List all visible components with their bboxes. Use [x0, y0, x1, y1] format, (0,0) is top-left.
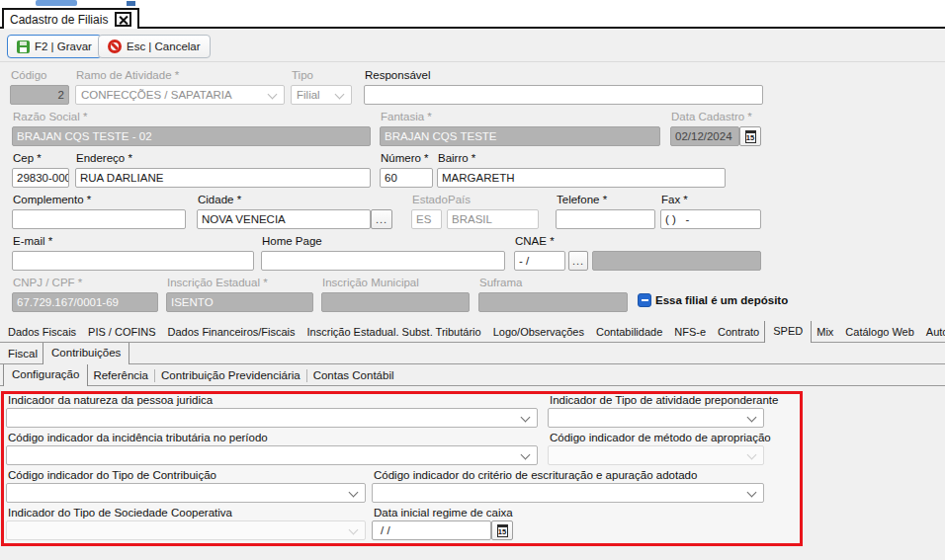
cidade-input[interactable]: NOVA VENECIA — [197, 209, 371, 229]
sped-tabbar: Fiscal Contribuições — [0, 343, 945, 364]
tab-separator — [154, 369, 155, 382]
razao-social-label: Razão Social * — [13, 111, 87, 122]
pais-field: BRASIL — [447, 209, 539, 229]
numero-label: Número * — [381, 152, 429, 164]
tab-pis-cofins[interactable]: PIS / COFINS — [83, 322, 160, 343]
save-button-label: F2 | Gravar — [35, 40, 92, 52]
ramo-atividade-combo[interactable]: CONFECÇÕES / SAPATARIA — [75, 85, 285, 105]
tipo-label: Tipo — [292, 69, 313, 81]
pais-label: País — [448, 194, 471, 205]
endereco-input[interactable]: RUA DARLIANE — [75, 168, 371, 188]
tab-dados-financeiros-fiscais[interactable]: Dados Financeiros/Fiscais — [163, 322, 301, 343]
chevron-down-icon — [747, 413, 757, 423]
fantasia-label: Fantasia * — [381, 111, 432, 122]
cancel-button[interactable]: Esc | Cancelar — [98, 35, 211, 58]
clipped-top-toolbar — [0, 0, 945, 7]
responsavel-input[interactable] — [364, 85, 763, 105]
tab-inscricao-estadual-subst-tributario[interactable]: Inscrição Estadual. Subst. Tributário — [302, 322, 486, 343]
email-label: E-mail * — [13, 235, 52, 247]
estado-label: Estado — [412, 194, 448, 205]
tab-contas-contabil[interactable]: Contas Contábil — [308, 365, 399, 386]
ramo-atividade-label: Ramo de Atividade * — [76, 69, 179, 81]
metodo-apropriacao-label: Código indicador de método de apropriaçã… — [550, 432, 771, 443]
tab-logo-observacoes[interactable]: Logo/Observações — [488, 322, 589, 343]
criterio-escrituracao-combo[interactable] — [372, 483, 764, 503]
toolbar-fragment-icon — [36, 0, 77, 6]
tab-contribuicao-previdenciaria[interactable]: Contribuição Previdenciária — [156, 365, 305, 386]
inscricao-estadual-field: ISENTO — [166, 292, 313, 312]
email-input[interactable] — [12, 251, 254, 271]
tab-contribuicoes[interactable]: Contribuições — [43, 343, 129, 364]
criterio-escrituracao-label: Código indicador do critério de escritur… — [374, 469, 697, 481]
fax-input[interactable]: ( ) - — [660, 209, 761, 229]
natureza-pessoa-juridica-combo[interactable] — [6, 408, 538, 428]
cnpj-cpf-label: CNPJ / CPF * — [13, 277, 82, 288]
tab-separator — [306, 369, 307, 382]
tabbar-underline — [0, 385, 945, 386]
estado-field: ES — [411, 209, 442, 229]
tab-configuracao[interactable]: Configuração — [3, 364, 88, 386]
cnae-lookup-button[interactable]: ... — [568, 251, 588, 271]
data-inicial-regime-caixa-input[interactable]: / / — [372, 520, 491, 540]
tab-title: Cadastro de Filiais — [10, 13, 108, 27]
suframa-field — [478, 292, 628, 312]
bairro-input[interactable]: MARGARETH — [437, 168, 726, 188]
deposito-checkbox[interactable] — [638, 293, 651, 307]
tab-referencia[interactable]: Referência — [88, 365, 153, 386]
fax-label: Fax * — [661, 194, 688, 205]
numero-input[interactable]: 60 — [380, 168, 433, 188]
incidencia-tributaria-label: Código indicador da incidência tributári… — [8, 432, 268, 443]
tab-contrato[interactable]: Contrato — [713, 322, 764, 343]
codigo-field: 2 — [10, 85, 69, 105]
tab-sped[interactable]: SPED — [764, 321, 812, 343]
floppy-disk-icon — [17, 40, 30, 53]
tipo-atividade-preponderante-combo[interactable] — [548, 408, 764, 428]
inscricao-municipal-field — [321, 292, 470, 312]
no-entry-icon — [108, 40, 122, 53]
chevron-down-icon — [747, 450, 757, 460]
cnpj-cpf-field: 67.729.167/0001-69 — [12, 292, 158, 312]
tab-contabilidade[interactable]: Contabilidade — [591, 322, 667, 343]
chevron-down-icon — [268, 90, 278, 100]
sociedade-cooperativa-combo — [6, 520, 366, 540]
cancel-button-label: Esc | Cancelar — [127, 40, 201, 52]
tabstrip-divider — [0, 27, 945, 29]
save-button[interactable]: F2 | Gravar — [7, 35, 102, 58]
main-tabbar: Dados Fiscais PIS / COFINS Dados Finance… — [0, 321, 945, 343]
toolbar-divider — [0, 61, 945, 62]
toolbar-fragment-icon — [127, 1, 135, 6]
cidade-lookup-button[interactable]: ... — [371, 209, 392, 229]
complemento-input[interactable] — [12, 209, 186, 229]
ellipsis-icon: ... — [376, 213, 387, 225]
tipo-contribuicao-label: Código indicador do Tipo de Contribuição — [8, 469, 216, 481]
cidade-label: Cidade * — [198, 194, 241, 205]
cnae-input[interactable]: - / — [514, 251, 565, 271]
deposito-checkbox-label: Essa filial é um depósito — [655, 294, 788, 306]
tab-mix[interactable]: Mix — [812, 322, 838, 343]
tab-nfs-e[interactable]: NFS-e — [669, 322, 711, 343]
tipo-contribuicao-combo[interactable] — [6, 483, 366, 503]
ellipsis-icon: ... — [572, 255, 584, 267]
inscricao-estadual-label: Inscrição Estadual * — [167, 277, 268, 288]
tab-autorizados[interactable]: Autorizados par — [921, 322, 945, 343]
cep-input[interactable]: 29830-000 — [12, 168, 69, 188]
incidencia-tributaria-combo[interactable] — [6, 445, 538, 465]
chevron-down-icon — [521, 450, 531, 460]
bairro-label: Bairro * — [438, 152, 475, 164]
cep-label: Cep * — [13, 152, 42, 164]
inscricao-municipal-label: Inscrição Municipal — [322, 277, 419, 288]
chevron-down-icon — [349, 488, 359, 498]
telefone-input[interactable] — [556, 209, 655, 229]
contribuicoes-tabbar: Configuração Referência Contribuição Pre… — [0, 364, 945, 386]
tipo-combo[interactable]: Filial — [291, 85, 352, 105]
home-page-input[interactable] — [261, 251, 505, 271]
telefone-label: Telefone * — [557, 194, 607, 205]
app-window: Cadastro de Filiais F2 | Gravar Esc | Ca… — [0, 0, 945, 560]
tab-catalogo-web[interactable]: Catálogo Web — [840, 322, 919, 343]
close-tab-button[interactable] — [115, 12, 131, 27]
tab-fiscal[interactable]: Fiscal — [3, 344, 43, 364]
tab-dados-fiscais[interactable]: Dados Fiscais — [3, 322, 81, 343]
tab-cadastro-de-filiais[interactable]: Cadastro de Filiais — [2, 8, 139, 29]
data-inicial-calendar-button[interactable]: 15 — [491, 520, 513, 540]
data-cadastro-calendar-button[interactable]: 15 — [739, 126, 761, 146]
